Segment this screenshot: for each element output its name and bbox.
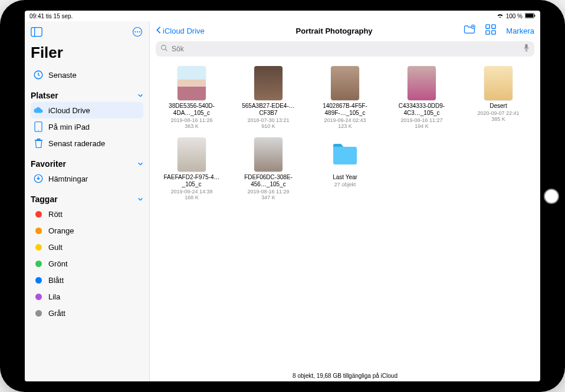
sidebar-tag-item[interactable]: Blått bbox=[31, 272, 143, 288]
back-label: iCloud Drive bbox=[163, 27, 205, 35]
file-date: 2020-09-07 22:41 bbox=[477, 110, 519, 116]
chevron-down-icon bbox=[137, 90, 143, 101]
status-time: 09:41 tis 15 sep. bbox=[29, 13, 73, 19]
file-thumbnail bbox=[254, 66, 282, 100]
svg-rect-17 bbox=[492, 31, 495, 34]
svg-point-8 bbox=[139, 31, 140, 32]
section-header-label: Platser bbox=[31, 91, 58, 100]
download-icon bbox=[33, 173, 44, 184]
sidebar-item-on-my-ipad[interactable]: På min iPad bbox=[31, 118, 143, 135]
battery-text: 100 % bbox=[506, 13, 523, 19]
home-button[interactable] bbox=[544, 189, 559, 204]
select-button[interactable]: Markera bbox=[506, 27, 534, 35]
svg-rect-20 bbox=[525, 44, 527, 49]
file-item[interactable]: FAEFAFD2-F975-4…_105_c2019-09-24 14:3816… bbox=[156, 137, 228, 200]
file-item[interactable]: 38DE5356-540D-4DA…_105_c2019-08-16 11:26… bbox=[156, 66, 228, 129]
sidebar-section-tags[interactable]: Taggar bbox=[31, 193, 143, 206]
sidebar-item-label: Rött bbox=[48, 210, 63, 219]
svg-point-6 bbox=[134, 31, 136, 32]
file-meta: 27 objekt bbox=[334, 182, 356, 187]
file-grid: 38DE5356-540D-4DA…_105_c2019-08-16 11:26… bbox=[150, 62, 540, 370]
sidebar-tag-item[interactable]: Orange bbox=[31, 222, 143, 239]
sidebar-tag-item[interactable]: Gult bbox=[31, 239, 143, 255]
sidebar-item-label: Lila bbox=[48, 292, 60, 301]
sidebar-item-label: Gult bbox=[48, 243, 63, 252]
sidebar-section-favorites[interactable]: Favoriter bbox=[31, 157, 143, 170]
view-grid-icon[interactable] bbox=[485, 24, 497, 37]
footer-status: 8 objekt, 19,68 GB tillgängliga på iClou… bbox=[150, 370, 540, 381]
file-date: 2019-09-24 14:38 bbox=[170, 189, 212, 195]
file-thumbnail bbox=[254, 137, 282, 172]
back-button[interactable]: iCloud Drive bbox=[156, 26, 205, 36]
sidebar-recents[interactable]: Senaste bbox=[31, 67, 143, 83]
sidebar-tag-item[interactable]: Lila bbox=[31, 288, 143, 305]
chevron-left-icon bbox=[156, 26, 162, 36]
file-name: 1402867B-4F5F-489F-…_105_c bbox=[316, 103, 375, 117]
sidebar-tag-item[interactable]: Grönt bbox=[31, 255, 143, 272]
sidebar-item-label: Hämtningar bbox=[48, 174, 88, 183]
section-header-label: Taggar bbox=[31, 195, 58, 204]
folder-icon bbox=[331, 137, 359, 172]
file-thumbnail bbox=[178, 66, 206, 100]
file-item[interactable]: 565A3B27-EDE4-…CF3B72018-07-30 13:21910 … bbox=[232, 66, 304, 129]
clock-icon bbox=[33, 70, 44, 80]
sidebar-tag-item[interactable]: Rött bbox=[31, 206, 143, 222]
svg-line-19 bbox=[165, 49, 167, 51]
mic-icon[interactable] bbox=[523, 44, 530, 54]
tag-dot-icon bbox=[33, 209, 44, 219]
sidebar-item-icloud-drive[interactable]: iCloud Drive bbox=[31, 102, 143, 118]
svg-rect-14 bbox=[486, 25, 490, 28]
tag-dot-icon bbox=[33, 275, 44, 285]
sidebar-item-downloads[interactable]: Hämtningar bbox=[31, 170, 143, 187]
tag-dot-icon bbox=[33, 242, 44, 252]
file-date: 2019-09-24 02:43 bbox=[324, 117, 366, 123]
tag-dot-icon bbox=[33, 291, 44, 302]
sidebar-item-label: Senaste bbox=[48, 71, 77, 80]
tag-dot-icon bbox=[33, 225, 44, 236]
svg-rect-16 bbox=[486, 31, 490, 34]
file-thumbnail bbox=[331, 66, 359, 100]
tag-dot-icon bbox=[33, 308, 44, 318]
file-name: FAEFAFD2-F975-4…_105_c bbox=[162, 174, 221, 188]
file-item[interactable]: 1402867B-4F5F-489F-…_105_c2019-09-24 02:… bbox=[309, 66, 381, 129]
sidebar-item-label: På min iPad bbox=[48, 123, 90, 131]
file-item[interactable]: FDEF06DC-308E-456…_105_c2019-08-16 11:29… bbox=[232, 137, 304, 200]
svg-point-7 bbox=[137, 31, 138, 32]
file-size: 363 K bbox=[185, 123, 199, 129]
sidebar-tag-item[interactable]: Grått bbox=[31, 305, 143, 321]
file-name: 38DE5356-540D-4DA…_105_c bbox=[162, 103, 221, 117]
section-header-label: Favoriter bbox=[31, 159, 66, 169]
svg-rect-15 bbox=[492, 25, 495, 28]
search-field[interactable] bbox=[156, 41, 534, 57]
sidebar-item-label: iCloud Drive bbox=[48, 106, 90, 115]
folder-item[interactable]: Last Year27 objekt bbox=[309, 137, 381, 200]
sidebar-section-locations[interactable]: Platser bbox=[31, 89, 143, 102]
sidebar-toggle-icon[interactable] bbox=[31, 27, 42, 39]
chevron-down-icon bbox=[137, 159, 143, 169]
sidebar: Filer Senaste Platser iCloud Dri bbox=[25, 21, 150, 381]
tag-dot-icon bbox=[33, 258, 44, 269]
status-bar: 09:41 tis 15 sep. 100 % bbox=[25, 11, 540, 21]
file-size: 194 K bbox=[415, 123, 429, 129]
search-input[interactable] bbox=[172, 45, 520, 53]
trash-icon bbox=[33, 138, 44, 149]
ipad-icon bbox=[33, 121, 44, 132]
cloud-icon bbox=[33, 105, 44, 116]
svg-point-11 bbox=[38, 130, 38, 131]
svg-rect-10 bbox=[35, 122, 42, 132]
sidebar-item-label: Orange bbox=[48, 226, 74, 235]
file-thumbnail bbox=[408, 66, 436, 100]
new-folder-icon[interactable] bbox=[464, 24, 475, 37]
file-name: C4334333-0DD9-4C3…_105_c bbox=[392, 103, 451, 117]
sidebar-item-recently-deleted[interactable]: Senast raderade bbox=[31, 135, 143, 151]
file-name: Last Year bbox=[333, 174, 357, 181]
file-size: 168 K bbox=[185, 195, 199, 200]
sidebar-item-label: Grönt bbox=[48, 259, 68, 268]
file-item[interactable]: C4334333-0DD9-4C3…_105_c2019-08-16 11:27… bbox=[386, 66, 458, 129]
sidebar-item-label: Senast raderade bbox=[48, 139, 105, 148]
file-thumbnail bbox=[178, 137, 206, 172]
more-icon[interactable] bbox=[132, 27, 143, 39]
file-date: 2019-08-16 11:27 bbox=[400, 117, 442, 123]
file-item[interactable]: Desert2020-09-07 22:41385 K bbox=[462, 66, 534, 129]
file-name: FDEF06DC-308E-456…_105_c bbox=[239, 174, 298, 188]
